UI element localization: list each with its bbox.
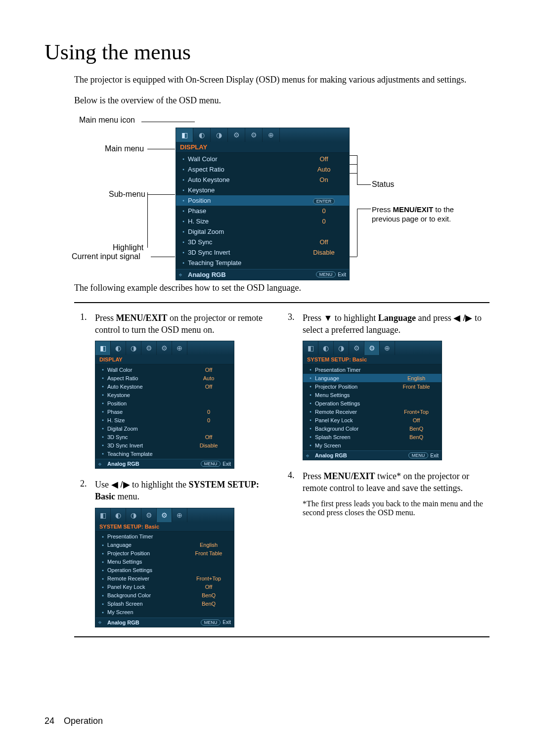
osd-row[interactable]: ▪My Screen (95, 608, 234, 617)
osd-overview-diagram: Main menu icon Main menu Sub-menu Highli… (74, 116, 490, 274)
osd-row[interactable]: ▪Menu Settings (95, 558, 234, 566)
row-value: Off (302, 155, 346, 163)
footer-menu-btn[interactable]: MENU (408, 452, 429, 458)
osd-tab-2[interactable]: ◑ (126, 341, 141, 355)
row-name: Phase (188, 207, 302, 215)
osd-row[interactable]: ▪H. Size0 (176, 216, 349, 226)
osd-tab-2[interactable]: ◑ (126, 508, 141, 522)
row-value: Off (394, 417, 439, 423)
footer-exit[interactable]: Exit (222, 620, 231, 625)
osd-row[interactable]: ▪PositionENTER (176, 195, 349, 206)
osd-tab-0[interactable]: ◧ (95, 508, 111, 522)
row-name: Auto Keystone (188, 176, 302, 183)
osd-row[interactable]: ▪My Screen (303, 441, 442, 449)
osd-tab-5[interactable]: ⊕ (172, 508, 187, 522)
osd-row[interactable]: ▪Background ColorBenQ (303, 424, 442, 433)
osd-tab-0[interactable]: ◧ (176, 128, 193, 142)
osd-tab-3[interactable]: ⚙ (349, 341, 364, 355)
osd-row[interactable]: ▪Remote ReceiverFront+Top (303, 407, 442, 416)
osd-row[interactable]: ▪Operation Settings (303, 399, 442, 407)
osd-tab-2[interactable]: ◑ (211, 128, 228, 142)
osd-row[interactable]: ▪Aspect RatioAuto (95, 374, 234, 382)
row-icon: ▪ (98, 451, 107, 456)
footer-input: Analog RGB (315, 452, 408, 458)
label-highlight: Highlight (113, 243, 143, 252)
osd-row[interactable]: ▪Panel Key LockOff (95, 583, 234, 591)
osd-row[interactable]: ▪Phase0 (176, 206, 349, 216)
row-name: Presentation Timer (315, 367, 394, 373)
osd-row[interactable]: ▪Projector PositionFront Table (95, 549, 234, 558)
osd-row[interactable]: ▪Auto KeystoneOn (176, 175, 349, 185)
osd-row[interactable]: ▪3D Sync InvertDisable (176, 247, 349, 258)
osd-row[interactable]: ▪Operation Settings (95, 566, 234, 575)
osd-row[interactable]: ▪3D SyncOff (176, 237, 349, 247)
osd-tab-1[interactable]: ◐ (193, 128, 211, 142)
footer-menu-btn[interactable]: MENU (316, 271, 336, 277)
osd-tab-1[interactable]: ◐ (318, 341, 334, 355)
row-value: Disable (302, 249, 346, 256)
row-name: Keystone (188, 186, 302, 194)
osd-row[interactable]: ▪Panel Key LockOff (303, 416, 442, 424)
label-main-menu-icon: Main menu icon (79, 116, 135, 125)
osd-row[interactable]: ▪Presentation Timer (303, 365, 442, 374)
osd-row[interactable]: ▪LanguageEnglish (303, 374, 442, 382)
osd-title: SYSTEM SETUP: Basic (303, 355, 442, 364)
osd-row[interactable]: ▪Menu Settings (303, 391, 442, 399)
osd-row[interactable]: ▪Projector PositionFront Table (303, 382, 442, 391)
row-name: Remote Receiver (315, 409, 394, 415)
osd-row[interactable]: ▪Digital Zoom (95, 424, 234, 433)
osd-tab-4[interactable]: ⚙ (157, 508, 172, 522)
row-name: Remote Receiver (107, 576, 186, 581)
osd-row[interactable]: ▪Aspect RatioAuto (176, 164, 349, 175)
osd-tab-0[interactable]: ◧ (303, 341, 318, 355)
osd-tab-5[interactable]: ⊕ (263, 128, 280, 142)
osd-row[interactable]: ▪Splash ScreenBenQ (303, 433, 442, 441)
osd-row[interactable]: ▪Keystone (95, 391, 234, 399)
row-name: Menu Settings (107, 559, 186, 565)
osd-row[interactable]: ▪Background ColorBenQ (95, 591, 234, 600)
osd-row[interactable]: ▪Teaching Template (176, 258, 349, 268)
osd-row[interactable]: ▪Remote ReceiverFront+Top (95, 575, 234, 583)
osd-tab-4[interactable]: ⚙ (364, 341, 380, 355)
row-name: Digital Zoom (107, 426, 186, 432)
row-value: 0 (186, 409, 231, 415)
osd-tab-3[interactable]: ⚙ (141, 508, 157, 522)
osd-row[interactable]: ▪3D SyncOff (95, 433, 234, 441)
osd-row[interactable]: ▪Digital Zoom (176, 226, 349, 237)
osd-row[interactable]: ▪Teaching Template (95, 449, 234, 458)
row-name: 3D Sync Invert (188, 249, 302, 256)
osd-row[interactable]: ▪Wall ColorOff (95, 365, 234, 374)
osd-row[interactable]: ▪Splash ScreenBenQ (95, 600, 234, 608)
osd-tab-2[interactable]: ◑ (334, 341, 349, 355)
osd-row[interactable]: ▪Wall ColorOff (176, 154, 349, 164)
footer-exit[interactable]: Exit (338, 272, 346, 277)
osd-row[interactable]: ▪Position (95, 399, 234, 407)
osd-tab-3[interactable]: ⚙ (228, 128, 245, 142)
osd-row[interactable]: ▪Auto KeystoneOff (95, 382, 234, 391)
footer-exit[interactable]: Exit (430, 453, 439, 458)
osd-tab-4[interactable]: ⚙ (245, 128, 263, 142)
osd-row[interactable]: ▪Phase0 (95, 407, 234, 416)
row-name: Position (188, 197, 302, 204)
row-name: Panel Key Lock (315, 417, 394, 423)
osd-row[interactable]: ▪3D Sync InvertDisable (95, 441, 234, 449)
osd-row[interactable]: ▪LanguageEnglish (95, 541, 234, 549)
osd-tab-1[interactable]: ◐ (111, 341, 126, 355)
row-name: Splash Screen (315, 434, 394, 440)
row-icon: ▪ (98, 367, 107, 372)
osd-tab-1[interactable]: ◐ (111, 508, 126, 522)
footer-menu-btn[interactable]: MENU (201, 620, 221, 625)
row-value: Front Table (186, 550, 231, 556)
osd-tab-5[interactable]: ⊕ (380, 341, 395, 355)
footer-menu-btn[interactable]: MENU (201, 461, 221, 467)
osd-tab-3[interactable]: ⚙ (141, 341, 157, 355)
osd-tab-0[interactable]: ◧ (95, 341, 111, 355)
osd-row[interactable]: ▪Presentation Timer (95, 533, 234, 541)
osd-tab-5[interactable]: ⊕ (172, 341, 187, 355)
osd-row[interactable]: ▪Keystone (176, 185, 349, 195)
osd-tab-4[interactable]: ⚙ (157, 341, 172, 355)
row-icon: ▪ (179, 187, 188, 193)
osd-row[interactable]: ▪H. Size0 (95, 416, 234, 424)
footer-exit[interactable]: Exit (222, 461, 231, 467)
row-icon: ▪ (98, 534, 107, 539)
